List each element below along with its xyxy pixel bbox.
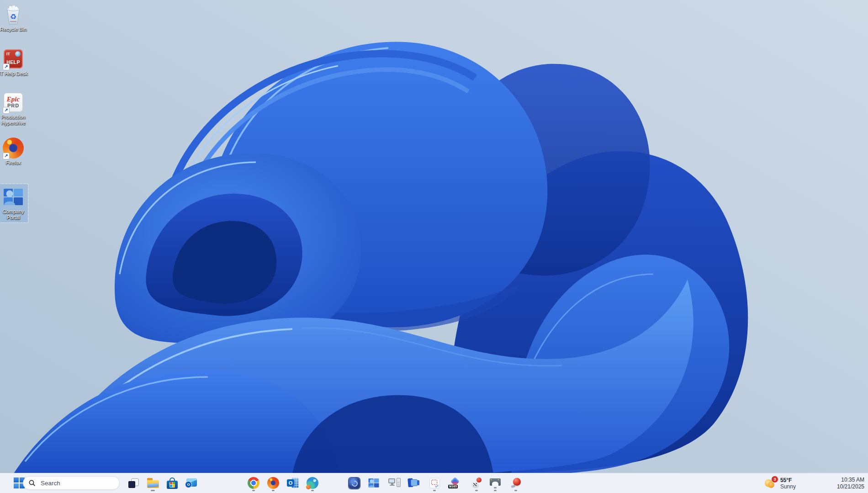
epic-brand-text: Epic — [7, 96, 20, 103]
microsoft-store-icon — [167, 477, 178, 489]
legacy-pc-icon — [388, 477, 401, 488]
running-indicator — [433, 490, 436, 491]
running-indicator — [311, 490, 314, 491]
company-portal-icon — [0, 186, 28, 208]
shortcut-arrow-icon: ↗ — [3, 107, 10, 114]
clock-date: 10/21/2025 — [837, 483, 864, 490]
microsoft-365-icon: M365 — [450, 477, 460, 488]
taskbar-app-outlook-new[interactable]: O — [182, 474, 200, 492]
globe-icon — [15, 51, 21, 57]
firefox-icon: ↗ — [0, 137, 28, 159]
taskbar-search[interactable] — [23, 476, 120, 490]
taskbar-app-microsoft-store[interactable] — [163, 474, 181, 492]
monitor-app-icon — [490, 478, 501, 488]
epic-prd-icon: Epic PRD ↗ — [0, 91, 28, 114]
chrome-icon — [248, 477, 259, 489]
search-icon — [29, 480, 36, 487]
running-indicator — [514, 490, 517, 491]
taskbar-app-legacy-pc[interactable] — [385, 474, 403, 492]
clock-time: 10:35 AM — [841, 477, 864, 483]
snipping-tool-icon: ✂ — [429, 478, 440, 488]
running-indicator — [151, 490, 155, 491]
shortcut-arrow-icon: ↗ — [3, 64, 10, 70]
taskbar-app-chrome[interactable] — [244, 474, 263, 492]
shortcut-arrow-icon: ↗ — [3, 153, 10, 159]
windows-desktop: { "wallpaper": { "description": "Windows… — [0, 0, 868, 493]
notification-badge: 3 — [771, 476, 778, 483]
scissors-glyph: ✂ — [434, 483, 440, 489]
taskbar-app-epic-hyperdrive[interactable] — [345, 474, 363, 492]
taskbar-app-microsoft-365[interactable]: M365 — [446, 474, 464, 492]
taskbar-app-outlook-classic[interactable]: O — [284, 474, 302, 492]
taskbar: O O — [0, 473, 868, 493]
desktop-icon-firefox[interactable]: ↗ Firefox — [0, 135, 28, 168]
task-view-icon — [128, 477, 139, 489]
taskbar-app-company-portal[interactable] — [365, 474, 383, 492]
desktop-icon-company-portal[interactable]: Company Portal — [0, 184, 28, 223]
taskbar-app-red-sphere[interactable] — [507, 474, 525, 492]
remote-panels-icon — [408, 477, 419, 488]
running-indicator — [475, 490, 478, 491]
desktop-icon-recycle-bin[interactable]: ♻ Recycle Bin — [0, 2, 28, 34]
weather-widget[interactable]: 3 55°F Sunny — [765, 473, 796, 493]
taskbar-task-view-button[interactable] — [124, 474, 143, 492]
it-help-desk-icon: IT HELP ↗ — [0, 48, 28, 70]
taskbar-clock[interactable]: 10:35 AM 10/21/2025 — [837, 477, 864, 490]
outlook-new-icon: O — [185, 478, 197, 488]
taskbar-app-file-explorer[interactable] — [144, 474, 162, 492]
desktop-icon-label: Production Hyperdrive — [0, 114, 27, 126]
outlook-o-glyph: O — [185, 481, 192, 488]
desktop-icon-production-hyperdrive[interactable]: Epic PRD ↗ Production Hyperdrive — [0, 90, 28, 128]
system-tray: 3 55°F Sunny 10:35 AM 10/21/2025 — [765, 473, 868, 493]
taskbar-app-monitor[interactable] — [486, 474, 504, 492]
taskbar-app-remote-panels[interactable] — [404, 474, 423, 492]
desktop-icon-it-help-desk[interactable]: IT HELP ↗ IT Help Desk — [0, 46, 28, 79]
edge-icon — [307, 477, 318, 489]
outlook-o-glyph: O — [287, 479, 294, 487]
epic-hyperdrive-icon — [349, 477, 360, 489]
search-input[interactable] — [40, 479, 115, 487]
desktop-icon-label: Firefox — [5, 160, 21, 166]
file-explorer-icon — [147, 478, 159, 488]
taskbar-app-edge[interactable] — [303, 474, 322, 492]
taskbar-app-firefox[interactable] — [264, 474, 282, 492]
running-indicator — [272, 490, 275, 491]
wallpaper-bloom — [0, 0, 868, 493]
weather-temperature: 55°F — [780, 477, 796, 483]
running-indicator — [494, 490, 497, 491]
m365-badge: M365 — [448, 485, 458, 489]
sun-icon: 3 — [765, 477, 777, 489]
red-sphere-app-icon — [510, 477, 521, 488]
taskbar-app-red-balloon[interactable] — [467, 474, 486, 492]
desktop-icon-label: Company Portal — [0, 209, 27, 221]
weather-condition: Sunny — [780, 483, 796, 490]
desktop-icon-label: IT Help Desk — [0, 71, 28, 77]
red-balloon-app-icon — [471, 477, 482, 488]
running-indicator — [252, 490, 255, 491]
desktop-icon-label: Recycle Bin — [0, 27, 26, 32]
outlook-classic-icon: O — [287, 478, 299, 488]
it-help-line1: IT — [6, 52, 10, 56]
recycle-bin-icon: ♻ — [0, 3, 28, 26]
firefox-icon — [267, 477, 279, 489]
company-portal-icon — [368, 477, 379, 488]
recycle-symbol-glyph: ♻ — [10, 13, 16, 21]
weather-text: 55°F Sunny — [780, 477, 796, 490]
taskbar-app-snipping-tool[interactable]: ✂ — [425, 474, 444, 492]
